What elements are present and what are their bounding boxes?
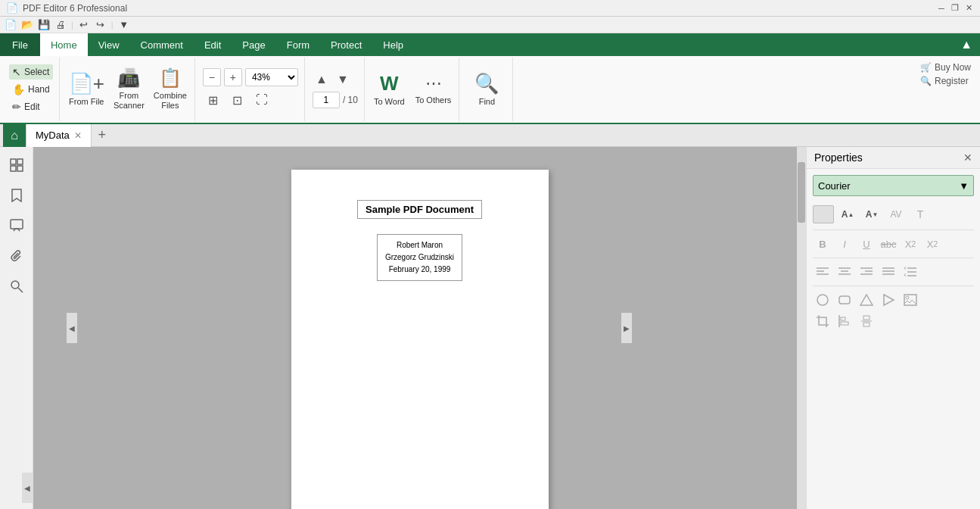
buy-now-button[interactable]: 🛒 Buy Now (920, 62, 971, 73)
font-selector-dropdown[interactable]: Courier ▼ (813, 175, 974, 196)
vertical-scrollbar[interactable] (797, 147, 806, 509)
align-left-button[interactable] (813, 264, 832, 280)
close-button[interactable]: ✕ (963, 3, 974, 14)
page-total-label: / 10 (343, 95, 358, 105)
register-icon: 🔍 (920, 76, 932, 86)
main-area: ◀ Sample PDF Document Robert Maron Grzeg… (0, 147, 980, 509)
combine-files-label: CombineFiles (154, 91, 187, 111)
underline-button[interactable]: U (857, 236, 876, 252)
play-shape-button[interactable] (879, 292, 898, 308)
combine-files-button[interactable]: 📋 CombineFiles (149, 64, 191, 114)
from-scanner-button[interactable]: 📠 FromScanner (109, 64, 149, 114)
align-right-button[interactable] (857, 264, 876, 280)
rounded-rect-button[interactable] (835, 292, 854, 308)
triangle-shape-button[interactable] (857, 292, 876, 308)
zoom-out-button[interactable]: − (203, 68, 221, 86)
customize-icon[interactable]: ▼ (117, 17, 132, 33)
prev-page-button[interactable]: ▲ (313, 70, 331, 89)
object-align-left-button[interactable] (835, 313, 854, 329)
close-properties-button[interactable]: ✕ (963, 151, 972, 164)
select-tool-button[interactable]: ↖ Select (9, 64, 53, 80)
from-file-icon: 📄+ (69, 72, 104, 95)
svg-rect-23 (839, 296, 850, 304)
tab-bar: ⌂ MyData ✕ + (0, 124, 980, 147)
annotation-panel-button[interactable] (5, 214, 29, 238)
print-icon[interactable]: 🖨 (53, 17, 68, 33)
ribbon: ↖ Select ✋ Hand ✏ Edit 📄+ From File 📠 Fr… (0, 56, 980, 124)
minimize-button[interactable]: ─ (936, 3, 947, 14)
zoom-in-button[interactable]: + (224, 68, 242, 86)
italic-button[interactable]: I (835, 236, 854, 252)
menu-file[interactable]: File (0, 33, 40, 56)
menu-form[interactable]: Form (276, 33, 320, 56)
from-file-label: From File (69, 97, 104, 107)
svg-rect-33 (863, 323, 870, 326)
superscript-button[interactable]: X2 (901, 236, 920, 252)
from-file-button[interactable]: 📄+ From File (64, 69, 109, 110)
pdf-authors-block: Robert Maron Grzegorz Grudzinski Februar… (377, 234, 462, 281)
save-icon[interactable]: 💾 (36, 17, 51, 33)
full-screen-button[interactable]: ⛶ (251, 89, 272, 111)
line-spacing-button[interactable] (901, 264, 920, 280)
page-number-input[interactable] (313, 92, 340, 108)
pdf-viewer: Sample PDF Document Robert Maron Grzegor… (33, 147, 806, 509)
find-button[interactable]: 🔍 Find (467, 69, 506, 110)
scrollbar-thumb[interactable] (798, 162, 805, 223)
restore-button[interactable]: ❐ (950, 3, 960, 14)
font-size-increase-button[interactable]: A▲ (837, 205, 858, 223)
attachment-panel-button[interactable] (5, 244, 29, 268)
font-color-swatch[interactable] (813, 205, 834, 223)
menu-comment[interactable]: Comment (130, 33, 194, 56)
circle-shape-button[interactable] (813, 292, 832, 308)
svg-rect-0 (11, 159, 16, 164)
undo-icon[interactable]: ↩ (76, 17, 92, 33)
redo-icon[interactable]: ↪ (93, 17, 108, 33)
title-bar: 📄 PDF Editor 6 Professional ─ ❐ ✕ (0, 0, 980, 17)
thumbnail-panel-button[interactable] (5, 153, 29, 177)
document-tab[interactable]: MyData ✕ (26, 124, 92, 147)
subscript-button[interactable]: X2 (922, 236, 942, 252)
menu-home[interactable]: Home (40, 33, 88, 56)
menu-edit[interactable]: Edit (194, 33, 232, 56)
fit-width-button[interactable]: ⊡ (227, 89, 248, 111)
font-size-decrease-button[interactable]: A▼ (861, 205, 882, 223)
next-page-button[interactable]: ▼ (334, 70, 352, 89)
bold-button[interactable]: B (813, 236, 832, 252)
divider1 (813, 230, 974, 230)
bookmark-panel-button[interactable] (5, 183, 29, 208)
add-tab-button[interactable]: + (92, 125, 113, 146)
zoom-dropdown[interactable]: 43% 50% 75% 100% (245, 68, 298, 86)
edit-tool-button[interactable]: ✏ Edit (9, 99, 53, 114)
zoom-group: − + 43% 50% 75% 100% ⊞ ⊡ ⛶ (197, 58, 305, 121)
object-distribute-button[interactable] (857, 313, 876, 329)
menu-view[interactable]: View (88, 33, 130, 56)
font-spacing-button[interactable]: AV (885, 205, 907, 223)
file-group: 📄+ From File 📠 FromScanner 📋 CombineFile… (61, 58, 195, 121)
image-placeholder-button[interactable] (901, 292, 920, 308)
crop-button[interactable] (813, 313, 832, 329)
edit-icon: ✏ (12, 101, 21, 113)
sidebar-collapse-button[interactable]: ◀ (22, 473, 33, 503)
strikethrough-button[interactable]: abc (879, 236, 898, 252)
menu-page[interactable]: Page (232, 33, 275, 56)
menu-protect[interactable]: Protect (320, 33, 372, 56)
align-center-button[interactable] (835, 264, 854, 280)
search-panel-button[interactable] (5, 274, 29, 298)
fit-page-button[interactable]: ⊞ (203, 89, 224, 111)
hand-tool-button[interactable]: ✋ Hand (9, 82, 53, 97)
menu-help[interactable]: Help (372, 33, 414, 56)
to-word-button[interactable]: W To Word (369, 69, 409, 110)
text-mode-button[interactable]: T (910, 205, 931, 223)
ribbon-collapse-button[interactable]: ▲ (953, 33, 980, 56)
right-panel-collapse-button[interactable]: ▶ (621, 313, 632, 343)
justify-button[interactable] (879, 264, 898, 280)
new-icon[interactable]: 📄 (3, 17, 18, 33)
home-tab[interactable]: ⌂ (3, 124, 26, 147)
find-group: 🔍 Find (461, 58, 513, 121)
to-others-button[interactable]: ⋯ To Others (411, 70, 456, 108)
close-tab-button[interactable]: ✕ (74, 130, 82, 141)
open-icon[interactable]: 📂 (20, 17, 35, 33)
menu-bar: File Home View Comment Edit Page Form Pr… (0, 33, 980, 56)
register-button[interactable]: 🔍 Register (920, 76, 971, 86)
left-panel-collapse-button[interactable]: ◀ (67, 313, 77, 343)
